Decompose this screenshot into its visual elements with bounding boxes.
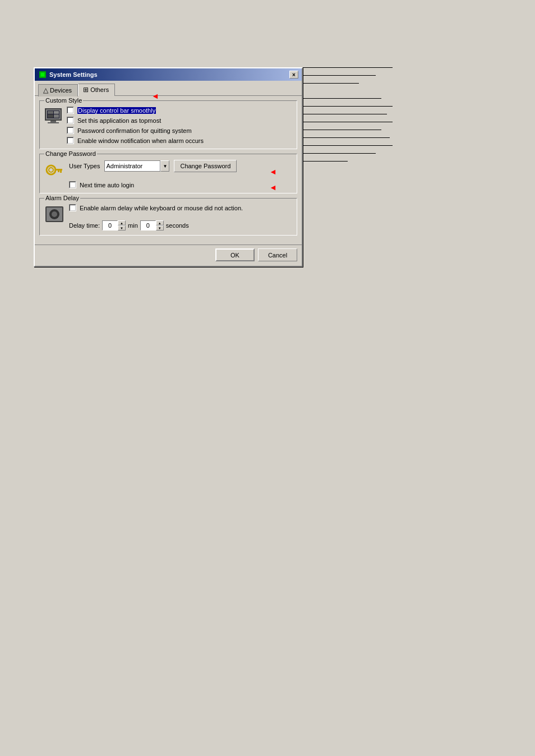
dialog-content: Custom Style — [35, 96, 302, 245]
title-bar: System Settings × — [35, 68, 302, 81]
checkbox-inner-auto — [70, 182, 76, 188]
enable-alarm-delay-label: Enable alarm delay while keyboard or mou… — [80, 205, 243, 211]
checkbox-window-notification-label: Enable window notification when alarm oc… — [77, 137, 204, 144]
change-password-header: User Types Administrator ▼ Change Passwo… — [44, 160, 292, 188]
checkbox-inner-2 — [67, 117, 73, 123]
annotation-line-6 — [303, 114, 387, 114]
delay-sec-up[interactable]: ▲ — [156, 220, 164, 225]
checkbox-display-control[interactable] — [67, 107, 74, 114]
checkbox-password-confirm-label: Password confirmation for quitting syste… — [77, 127, 192, 134]
user-types-label: User Types — [69, 163, 100, 169]
annotation-area — [303, 67, 415, 169]
delay-sec-buttons: ▲ ▼ — [156, 220, 164, 231]
dialog-footer: OK Cancel — [35, 245, 302, 266]
user-types-row: User Types Administrator ▼ Change Passwo… — [69, 160, 292, 172]
tab-others-label: Others — [90, 86, 109, 93]
annotation-line-10 — [303, 145, 393, 146]
app-icon — [38, 70, 47, 79]
annotation-line-12 — [303, 161, 348, 162]
delay-time-row: Delay time: ▲ ▼ min — [69, 220, 292, 231]
delay-sec-spinner[interactable]: ▲ ▼ — [140, 220, 164, 231]
annotation-line-4 — [303, 98, 381, 99]
delay-min-down[interactable]: ▼ — [118, 225, 126, 231]
checkbox-row-topmost: Set this application as topmost — [67, 117, 204, 124]
delay-min-label: min — [128, 222, 138, 229]
close-button[interactable]: × — [289, 71, 298, 79]
custom-style-header: Display control bar smoothly Set this ap… — [44, 107, 292, 144]
delay-min-up[interactable]: ▲ — [118, 220, 126, 225]
user-types-combobox[interactable]: Administrator ▼ — [104, 160, 169, 172]
delay-time-label: Delay time: — [69, 222, 100, 229]
checkbox-display-control-label: Display control bar smoothly — [77, 107, 156, 114]
checkbox-password-confirm[interactable] — [67, 127, 74, 134]
annotation-line-9 — [303, 137, 390, 138]
svg-rect-6 — [60, 170, 62, 173]
custom-style-label: Custom Style — [44, 97, 83, 104]
delay-min-buttons: ▲ ▼ — [118, 220, 126, 231]
auto-login-label: Next time auto login — [80, 182, 134, 188]
checkboxes-list: Display control bar smoothly Set this ap… — [67, 107, 204, 144]
highlighted-label: Display control bar smoothly — [77, 107, 156, 114]
combobox-arrow[interactable]: ▼ — [160, 160, 169, 172]
svg-point-3 — [47, 165, 56, 174]
devices-tab-icon: △ — [43, 86, 48, 94]
delay-sec-label: seconds — [166, 222, 189, 229]
alarm-delay-header: Enable alarm delay while keyboard or mou… — [44, 204, 292, 231]
password-controls: User Types Administrator ▼ Change Passwo… — [69, 160, 292, 188]
annotation-line-3 — [303, 83, 359, 84]
enable-alarm-delay-row: Enable alarm delay while keyboard or mou… — [69, 204, 292, 211]
annotation-line-1 — [303, 67, 393, 68]
auto-login-row: Next time auto login — [69, 181, 292, 188]
change-password-label: Change Password — [44, 150, 97, 157]
user-types-field: Administrator — [104, 160, 160, 172]
annotation-line-7 — [303, 122, 393, 122]
alarm-delay-label: Alarm Delay — [44, 195, 80, 201]
change-password-button[interactable]: Change Password — [174, 160, 237, 172]
annotation-line-2 — [303, 75, 376, 76]
delay-min-spinner[interactable]: ▲ ▼ — [102, 220, 126, 231]
svg-rect-7 — [58, 170, 59, 172]
checkbox-inner-alarm — [70, 205, 76, 211]
annotation-line-5 — [303, 106, 393, 107]
monitor-icon-container — [44, 107, 62, 125]
alarm-delay-group: Alarm Delay — [39, 198, 297, 236]
custom-style-group: Custom Style — [39, 100, 297, 149]
checkbox-row-window-notification: Enable window notification when alarm oc… — [67, 137, 204, 144]
delay-sec-input[interactable] — [140, 220, 156, 231]
delay-sec-down[interactable]: ▼ — [156, 225, 164, 231]
checkbox-row-display-control: Display control bar smoothly — [67, 107, 204, 114]
others-tab-icon: ⊞ — [83, 86, 89, 94]
delay-min-input[interactable] — [102, 220, 118, 231]
annotation-line-8 — [303, 130, 381, 130]
cancel-button[interactable]: Cancel — [258, 248, 297, 261]
tab-devices-label: Devices — [50, 87, 72, 94]
system-settings-dialog: System Settings × △ Devices ⊞ Others Cus… — [34, 67, 303, 267]
red-arrow-tab: ◄ — [151, 91, 159, 100]
tab-devices[interactable]: △ Devices — [38, 84, 78, 96]
title-bar-left: System Settings — [38, 70, 98, 79]
svg-rect-5 — [54, 169, 62, 170]
camera-icon — [44, 204, 64, 224]
alarm-delay-controls: Enable alarm delay while keyboard or mou… — [69, 204, 292, 231]
checkbox-window-notification[interactable] — [67, 137, 74, 144]
change-password-content: User Types Administrator ▼ Change Passwo… — [44, 160, 292, 188]
checkbox-topmost[interactable] — [67, 117, 74, 124]
custom-style-content: Display control bar smoothly Set this ap… — [44, 107, 292, 144]
tab-others[interactable]: ⊞ Others — [78, 84, 115, 96]
alarm-delay-content: Enable alarm delay while keyboard or mou… — [44, 204, 292, 231]
tab-bar: △ Devices ⊞ Others — [35, 81, 302, 96]
checkbox-enable-alarm-delay[interactable] — [69, 204, 76, 211]
checkbox-inner — [67, 107, 73, 113]
svg-point-4 — [49, 168, 53, 172]
checkbox-row-password-confirm: Password confirmation for quitting syste… — [67, 127, 204, 134]
user-types-value: Administrator — [106, 163, 142, 169]
checkbox-inner-4 — [67, 137, 73, 144]
checkbox-inner-3 — [67, 127, 73, 133]
annotation-line-11 — [303, 153, 376, 154]
checkbox-auto-login[interactable] — [69, 181, 76, 188]
key-icon — [44, 160, 64, 180]
svg-rect-2 — [41, 73, 44, 76]
ok-button[interactable]: OK — [215, 248, 255, 261]
dialog-title: System Settings — [49, 71, 98, 78]
checkbox-topmost-label: Set this application as topmost — [77, 117, 161, 124]
